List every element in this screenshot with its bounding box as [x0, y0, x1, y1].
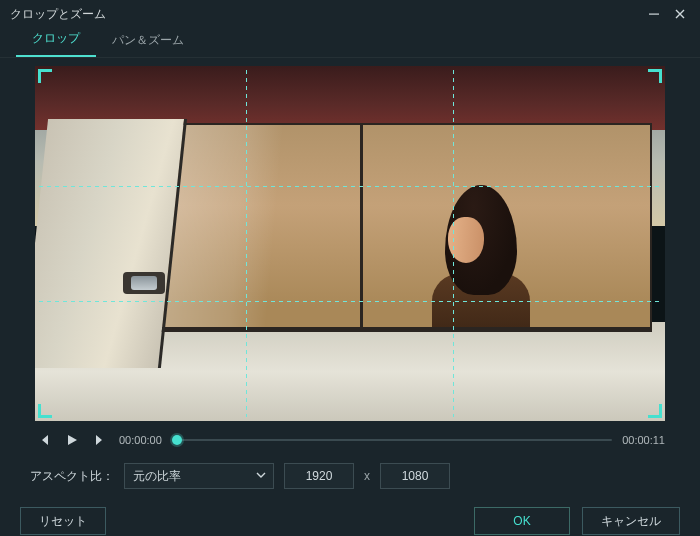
grid-line [39, 186, 661, 187]
window-title: クロップとズーム [10, 6, 638, 23]
minimize-button[interactable] [644, 4, 664, 24]
timeline-thumb[interactable] [172, 435, 182, 445]
crop-handle-bottom-left[interactable] [38, 402, 54, 418]
width-value: 1920 [306, 469, 333, 483]
next-frame-button[interactable] [91, 431, 109, 449]
aspect-row: アスペクト比： 元の比率 1920 x 1080 [0, 449, 700, 489]
ok-button[interactable]: OK [474, 507, 570, 535]
video-preview[interactable] [35, 66, 665, 421]
play-button[interactable] [63, 431, 81, 449]
grid-line [246, 70, 247, 417]
height-value: 1080 [402, 469, 429, 483]
crop-handle-bottom-right[interactable] [646, 402, 662, 418]
tab-pan-zoom[interactable]: パン＆ズーム [96, 26, 200, 57]
playback-bar: 00:00:00 00:00:11 [0, 425, 700, 449]
aspect-ratio-select[interactable]: 元の比率 [124, 463, 274, 489]
tab-crop[interactable]: クロップ [16, 24, 96, 57]
cancel-button[interactable]: キャンセル [582, 507, 680, 535]
total-time: 00:00:11 [622, 434, 665, 446]
grid-line [39, 301, 661, 302]
aspect-label: アスペクト比： [30, 468, 114, 485]
crop-overlay[interactable] [39, 70, 661, 417]
reset-button[interactable]: リセット [20, 507, 106, 535]
preview-area [0, 58, 700, 425]
current-time: 00:00:00 [119, 434, 162, 446]
dimension-separator: x [364, 469, 370, 483]
height-field[interactable]: 1080 [380, 463, 450, 489]
title-bar: クロップとズーム [0, 0, 700, 28]
svg-rect-0 [649, 14, 659, 15]
timeline-slider[interactable] [172, 432, 612, 448]
width-field[interactable]: 1920 [284, 463, 354, 489]
crop-handle-top-right[interactable] [646, 69, 662, 85]
crop-handle-top-left[interactable] [38, 69, 54, 85]
grid-line [453, 70, 454, 417]
chevron-down-icon [255, 469, 267, 484]
footer: リセット OK キャンセル [0, 489, 700, 535]
close-button[interactable] [670, 4, 690, 24]
tabs: クロップ パン＆ズーム [0, 28, 700, 58]
aspect-ratio-value: 元の比率 [133, 468, 181, 485]
prev-frame-button[interactable] [35, 431, 53, 449]
timeline-track [172, 439, 612, 441]
